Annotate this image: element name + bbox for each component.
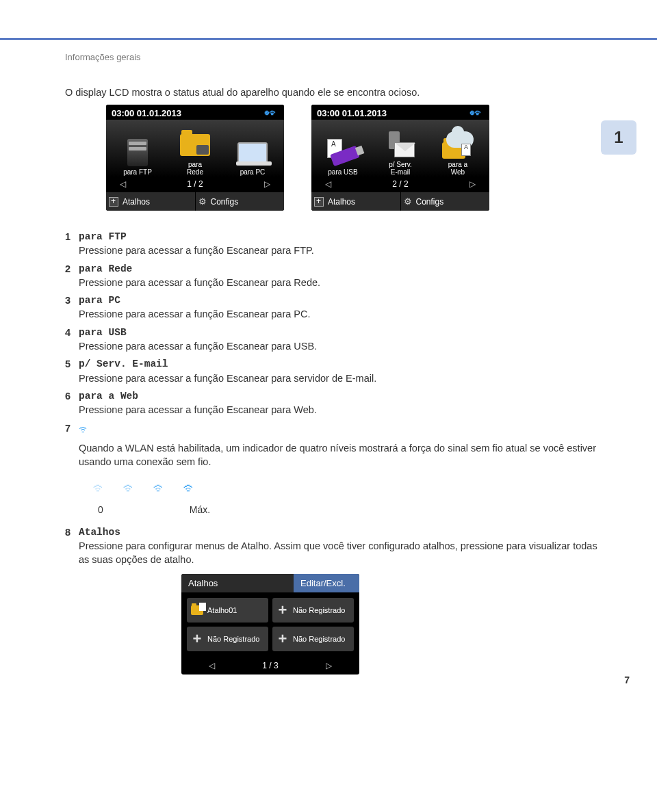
intro-text: O display LCD mostra o status atual do a… xyxy=(65,87,602,98)
configs-button[interactable]: ⚙ Configs xyxy=(196,192,285,211)
slot-label: Atalho01 xyxy=(207,606,237,614)
item-desc: Pressione para acessar a função Escanear… xyxy=(79,307,602,321)
laptop-icon xyxy=(237,142,268,163)
list-item-atalhos: 8 Atalhos Pressione para configurar menu… xyxy=(65,525,602,567)
list-item: 5p/ Serv. E-mailPressione para acessar a… xyxy=(65,357,602,385)
screen-pager: ◁ 1 / 2 ▷ xyxy=(106,177,284,192)
gear-icon: ⚙ xyxy=(404,196,412,207)
section-header: Informações gerais xyxy=(65,52,602,62)
item-number: 6 xyxy=(65,389,79,417)
atalho-slot[interactable]: + Não Registrado xyxy=(272,598,354,623)
list-item: 1para FTPPressione para acessar a função… xyxy=(65,230,602,258)
atalhos-lcd-screen: Atalhos Editar/Excl. Atalho01 + Não Regi… xyxy=(181,574,359,675)
page-number: 7 xyxy=(624,675,630,685)
item-term: para a Web xyxy=(79,389,602,403)
next-arrow-icon[interactable]: ▷ xyxy=(326,661,332,670)
configs-label: Configs xyxy=(211,197,239,207)
edit-delete-button[interactable]: Editar/Excl. xyxy=(294,574,359,592)
plus-icon: + xyxy=(276,602,289,618)
item-label: E-mail xyxy=(391,168,410,176)
atalhos-grid: Atalho01 + Não Registrado + Não Registra… xyxy=(181,592,359,657)
menu-item-ftp[interactable]: para FTP xyxy=(116,139,159,176)
item-desc: Pressione para acessar a função Escanear… xyxy=(79,339,602,353)
wifi-strength-row: ᯤ ᯤ ᯤ ᯤ xyxy=(92,478,602,499)
lcd-screen-2: 03:00 01.01.2013 ◉ᯤ para USB xyxy=(311,105,489,211)
menu-item-email[interactable]: p/ Serv. E-mail xyxy=(379,131,422,176)
item-number: 2 xyxy=(65,262,79,290)
item-label: para FTP xyxy=(123,168,152,176)
item-desc: Pressione para configurar menus de Atalh… xyxy=(79,539,602,567)
datetime-label: 03:00 01.01.2013 xyxy=(112,108,181,118)
pager-text: 1 / 3 xyxy=(262,661,278,670)
screen-menu: para FTP para Rede para PC xyxy=(106,120,284,177)
prev-arrow-icon[interactable]: ◁ xyxy=(209,661,215,670)
datetime-label: 03:00 01.01.2013 xyxy=(317,108,387,118)
list-item: 6para a WebPressione para acessar a funç… xyxy=(65,389,602,417)
atalhos-button[interactable]: Atalhos xyxy=(311,192,401,211)
wifi-scale: 0 Máx. xyxy=(98,503,602,517)
plus-icon: + xyxy=(276,631,289,647)
item-number: 1 xyxy=(65,230,79,258)
item-number: 8 xyxy=(65,525,79,567)
wifi-icon: ◉ᯤ xyxy=(264,107,279,118)
atalhos-label: Atalhos xyxy=(123,197,150,207)
screen-pager: ◁ 2 / 2 ▷ xyxy=(311,177,489,192)
wifi-icon: ᯤ xyxy=(79,421,91,438)
item-label: Web xyxy=(451,168,465,176)
atalho-slot[interactable]: + Não Registrado xyxy=(272,627,354,651)
item-number: 7 xyxy=(65,421,79,521)
screen-bottom-bar: Atalhos ⚙ Configs xyxy=(311,192,489,211)
list-item-wifi: 7 ᯤ Quando a WLAN está habilitada, um in… xyxy=(65,421,602,521)
description-list: 1para FTPPressione para acessar a função… xyxy=(65,230,602,567)
wifi-icon: ᯤ xyxy=(92,478,107,499)
screen-top-bar: 03:00 01.01.2013 ◉ᯤ xyxy=(311,105,489,120)
next-arrow-icon[interactable]: ▷ xyxy=(469,179,476,189)
slot-label: Não Registrado xyxy=(293,635,345,643)
scale-min: 0 xyxy=(98,503,103,517)
server-icon xyxy=(127,139,148,166)
plus-icon xyxy=(109,197,118,207)
wifi-icon: ᯤ xyxy=(123,478,138,499)
wifi-icon: ᯤ xyxy=(153,478,168,499)
cloud-folder-icon xyxy=(442,131,474,159)
item-term: para PC xyxy=(79,293,602,307)
email-server-icon xyxy=(385,131,416,159)
item-label: p/ Serv. xyxy=(389,161,412,168)
atalhos-pager: ◁ 1 / 3 ▷ xyxy=(181,657,359,675)
item-term: p/ Serv. E-mail xyxy=(79,357,602,371)
configs-label: Configs xyxy=(416,197,444,207)
menu-item-usb[interactable]: para USB xyxy=(322,139,364,176)
configs-button[interactable]: ⚙ Configs xyxy=(401,192,490,211)
item-label: para a xyxy=(448,161,467,168)
menu-item-web[interactable]: para a Web xyxy=(437,131,479,176)
item-label: para xyxy=(188,161,202,168)
atalho-slot[interactable]: Atalho01 xyxy=(187,598,268,623)
next-arrow-icon[interactable]: ▷ xyxy=(264,179,270,189)
atalho-slot[interactable]: + Não Registrado xyxy=(187,627,268,651)
screen-bottom-bar: Atalhos ⚙ Configs xyxy=(106,192,284,211)
header-rule xyxy=(0,38,657,40)
menu-item-rede[interactable]: para Rede xyxy=(174,131,216,176)
item-label: para USB xyxy=(328,168,357,176)
menu-item-pc[interactable]: para PC xyxy=(231,139,274,176)
gear-icon: ⚙ xyxy=(198,196,207,207)
wifi-icon: ᯤ xyxy=(183,478,198,499)
plus-icon: + xyxy=(191,631,203,647)
usb-icon xyxy=(327,139,359,166)
pager-text: 2 / 2 xyxy=(392,179,408,189)
item-label: Rede xyxy=(187,168,203,176)
prev-arrow-icon[interactable]: ◁ xyxy=(120,179,126,189)
atalhos-label: Atalhos xyxy=(328,197,355,207)
prev-arrow-icon[interactable]: ◁ xyxy=(325,179,331,189)
item-desc: Pressione para acessar a função Escanear… xyxy=(79,244,602,257)
item-term: para USB xyxy=(79,326,602,339)
folder-icon xyxy=(191,605,203,615)
atalhos-button[interactable]: Atalhos xyxy=(106,192,196,211)
list-item: 2para RedePressione para acessar a funçã… xyxy=(65,262,602,290)
item-term: para FTP xyxy=(79,230,602,244)
item-desc: Pressione para acessar a função Escanear… xyxy=(79,371,602,385)
list-item: 3para PCPressione para acessar a função … xyxy=(65,293,602,322)
wifi-icon: ◉ᯤ xyxy=(469,107,484,118)
slot-label: Não Registrado xyxy=(207,635,259,643)
item-desc: Pressione para acessar a função Escanear… xyxy=(79,276,602,289)
